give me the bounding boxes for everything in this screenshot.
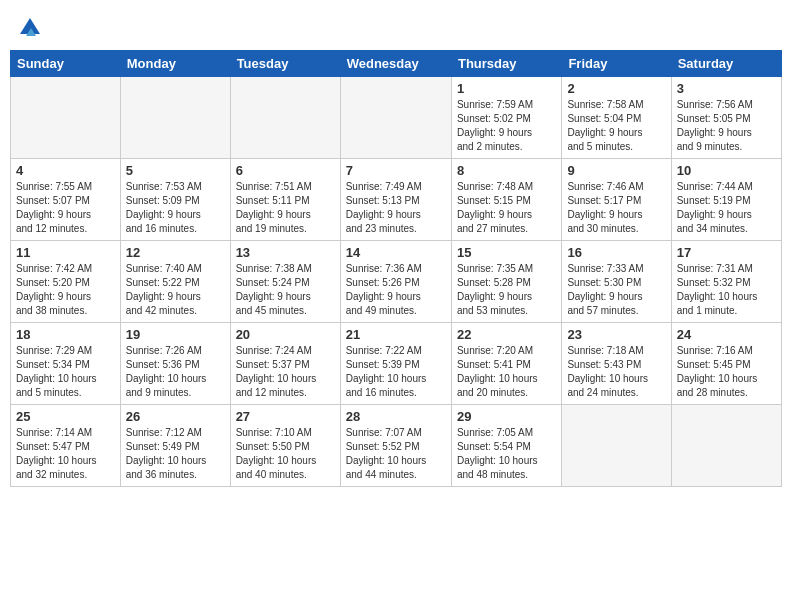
logo-icon: [16, 14, 44, 42]
calendar-cell: 13Sunrise: 7:38 AM Sunset: 5:24 PM Dayli…: [230, 241, 340, 323]
day-info: Sunrise: 7:29 AM Sunset: 5:34 PM Dayligh…: [16, 344, 115, 400]
column-header-thursday: Thursday: [451, 51, 561, 77]
day-info: Sunrise: 7:16 AM Sunset: 5:45 PM Dayligh…: [677, 344, 776, 400]
day-info: Sunrise: 7:55 AM Sunset: 5:07 PM Dayligh…: [16, 180, 115, 236]
day-number: 13: [236, 245, 335, 260]
day-number: 15: [457, 245, 556, 260]
day-info: Sunrise: 7:07 AM Sunset: 5:52 PM Dayligh…: [346, 426, 446, 482]
calendar-cell: 27Sunrise: 7:10 AM Sunset: 5:50 PM Dayli…: [230, 405, 340, 487]
column-header-monday: Monday: [120, 51, 230, 77]
calendar-cell: 14Sunrise: 7:36 AM Sunset: 5:26 PM Dayli…: [340, 241, 451, 323]
day-info: Sunrise: 7:14 AM Sunset: 5:47 PM Dayligh…: [16, 426, 115, 482]
day-info: Sunrise: 7:26 AM Sunset: 5:36 PM Dayligh…: [126, 344, 225, 400]
day-info: Sunrise: 7:44 AM Sunset: 5:19 PM Dayligh…: [677, 180, 776, 236]
day-number: 26: [126, 409, 225, 424]
calendar-cell: 19Sunrise: 7:26 AM Sunset: 5:36 PM Dayli…: [120, 323, 230, 405]
logo: [14, 14, 44, 42]
day-number: 27: [236, 409, 335, 424]
day-info: Sunrise: 7:40 AM Sunset: 5:22 PM Dayligh…: [126, 262, 225, 318]
day-info: Sunrise: 7:12 AM Sunset: 5:49 PM Dayligh…: [126, 426, 225, 482]
day-info: Sunrise: 7:59 AM Sunset: 5:02 PM Dayligh…: [457, 98, 556, 154]
calendar-cell: 8Sunrise: 7:48 AM Sunset: 5:15 PM Daylig…: [451, 159, 561, 241]
calendar-cell: 22Sunrise: 7:20 AM Sunset: 5:41 PM Dayli…: [451, 323, 561, 405]
day-number: 24: [677, 327, 776, 342]
day-info: Sunrise: 7:24 AM Sunset: 5:37 PM Dayligh…: [236, 344, 335, 400]
calendar-cell: 18Sunrise: 7:29 AM Sunset: 5:34 PM Dayli…: [11, 323, 121, 405]
calendar-cell: 6Sunrise: 7:51 AM Sunset: 5:11 PM Daylig…: [230, 159, 340, 241]
day-info: Sunrise: 7:22 AM Sunset: 5:39 PM Dayligh…: [346, 344, 446, 400]
day-info: Sunrise: 7:56 AM Sunset: 5:05 PM Dayligh…: [677, 98, 776, 154]
column-header-sunday: Sunday: [11, 51, 121, 77]
calendar-cell: [230, 77, 340, 159]
day-number: 2: [567, 81, 665, 96]
calendar-cell: 3Sunrise: 7:56 AM Sunset: 5:05 PM Daylig…: [671, 77, 781, 159]
calendar-week-row: 18Sunrise: 7:29 AM Sunset: 5:34 PM Dayli…: [11, 323, 782, 405]
calendar-cell: 26Sunrise: 7:12 AM Sunset: 5:49 PM Dayli…: [120, 405, 230, 487]
calendar-cell: 15Sunrise: 7:35 AM Sunset: 5:28 PM Dayli…: [451, 241, 561, 323]
day-info: Sunrise: 7:42 AM Sunset: 5:20 PM Dayligh…: [16, 262, 115, 318]
day-number: 28: [346, 409, 446, 424]
day-number: 21: [346, 327, 446, 342]
column-header-saturday: Saturday: [671, 51, 781, 77]
day-info: Sunrise: 7:20 AM Sunset: 5:41 PM Dayligh…: [457, 344, 556, 400]
day-info: Sunrise: 7:10 AM Sunset: 5:50 PM Dayligh…: [236, 426, 335, 482]
day-number: 5: [126, 163, 225, 178]
calendar-week-row: 4Sunrise: 7:55 AM Sunset: 5:07 PM Daylig…: [11, 159, 782, 241]
day-info: Sunrise: 7:35 AM Sunset: 5:28 PM Dayligh…: [457, 262, 556, 318]
calendar-cell: 21Sunrise: 7:22 AM Sunset: 5:39 PM Dayli…: [340, 323, 451, 405]
calendar-cell: [120, 77, 230, 159]
calendar-week-row: 1Sunrise: 7:59 AM Sunset: 5:02 PM Daylig…: [11, 77, 782, 159]
day-info: Sunrise: 7:51 AM Sunset: 5:11 PM Dayligh…: [236, 180, 335, 236]
day-number: 23: [567, 327, 665, 342]
calendar-cell: 17Sunrise: 7:31 AM Sunset: 5:32 PM Dayli…: [671, 241, 781, 323]
day-number: 16: [567, 245, 665, 260]
day-number: 3: [677, 81, 776, 96]
day-info: Sunrise: 7:18 AM Sunset: 5:43 PM Dayligh…: [567, 344, 665, 400]
calendar-cell: 1Sunrise: 7:59 AM Sunset: 5:02 PM Daylig…: [451, 77, 561, 159]
day-info: Sunrise: 7:49 AM Sunset: 5:13 PM Dayligh…: [346, 180, 446, 236]
calendar-cell: 24Sunrise: 7:16 AM Sunset: 5:45 PM Dayli…: [671, 323, 781, 405]
day-number: 8: [457, 163, 556, 178]
day-number: 22: [457, 327, 556, 342]
column-header-tuesday: Tuesday: [230, 51, 340, 77]
day-info: Sunrise: 7:46 AM Sunset: 5:17 PM Dayligh…: [567, 180, 665, 236]
day-number: 19: [126, 327, 225, 342]
calendar-header-row: SundayMondayTuesdayWednesdayThursdayFrid…: [11, 51, 782, 77]
calendar-table: SundayMondayTuesdayWednesdayThursdayFrid…: [10, 50, 782, 487]
calendar-cell: 12Sunrise: 7:40 AM Sunset: 5:22 PM Dayli…: [120, 241, 230, 323]
calendar-cell: 16Sunrise: 7:33 AM Sunset: 5:30 PM Dayli…: [562, 241, 671, 323]
day-number: 11: [16, 245, 115, 260]
day-info: Sunrise: 7:38 AM Sunset: 5:24 PM Dayligh…: [236, 262, 335, 318]
column-header-wednesday: Wednesday: [340, 51, 451, 77]
day-number: 20: [236, 327, 335, 342]
calendar-cell: 20Sunrise: 7:24 AM Sunset: 5:37 PM Dayli…: [230, 323, 340, 405]
day-number: 29: [457, 409, 556, 424]
day-number: 14: [346, 245, 446, 260]
calendar-week-row: 25Sunrise: 7:14 AM Sunset: 5:47 PM Dayli…: [11, 405, 782, 487]
day-info: Sunrise: 7:48 AM Sunset: 5:15 PM Dayligh…: [457, 180, 556, 236]
day-number: 12: [126, 245, 225, 260]
day-info: Sunrise: 7:36 AM Sunset: 5:26 PM Dayligh…: [346, 262, 446, 318]
calendar-cell: 11Sunrise: 7:42 AM Sunset: 5:20 PM Dayli…: [11, 241, 121, 323]
calendar-cell: 25Sunrise: 7:14 AM Sunset: 5:47 PM Dayli…: [11, 405, 121, 487]
calendar-cell: [11, 77, 121, 159]
calendar-cell: 4Sunrise: 7:55 AM Sunset: 5:07 PM Daylig…: [11, 159, 121, 241]
calendar-cell: 5Sunrise: 7:53 AM Sunset: 5:09 PM Daylig…: [120, 159, 230, 241]
day-info: Sunrise: 7:53 AM Sunset: 5:09 PM Dayligh…: [126, 180, 225, 236]
day-info: Sunrise: 7:58 AM Sunset: 5:04 PM Dayligh…: [567, 98, 665, 154]
calendar-cell: [671, 405, 781, 487]
calendar-cell: 29Sunrise: 7:05 AM Sunset: 5:54 PM Dayli…: [451, 405, 561, 487]
calendar-cell: 7Sunrise: 7:49 AM Sunset: 5:13 PM Daylig…: [340, 159, 451, 241]
day-number: 17: [677, 245, 776, 260]
day-number: 1: [457, 81, 556, 96]
day-number: 10: [677, 163, 776, 178]
day-info: Sunrise: 7:31 AM Sunset: 5:32 PM Dayligh…: [677, 262, 776, 318]
day-info: Sunrise: 7:33 AM Sunset: 5:30 PM Dayligh…: [567, 262, 665, 318]
column-header-friday: Friday: [562, 51, 671, 77]
day-number: 6: [236, 163, 335, 178]
calendar-cell: 2Sunrise: 7:58 AM Sunset: 5:04 PM Daylig…: [562, 77, 671, 159]
day-number: 7: [346, 163, 446, 178]
calendar-cell: [340, 77, 451, 159]
calendar-cell: 10Sunrise: 7:44 AM Sunset: 5:19 PM Dayli…: [671, 159, 781, 241]
day-number: 4: [16, 163, 115, 178]
